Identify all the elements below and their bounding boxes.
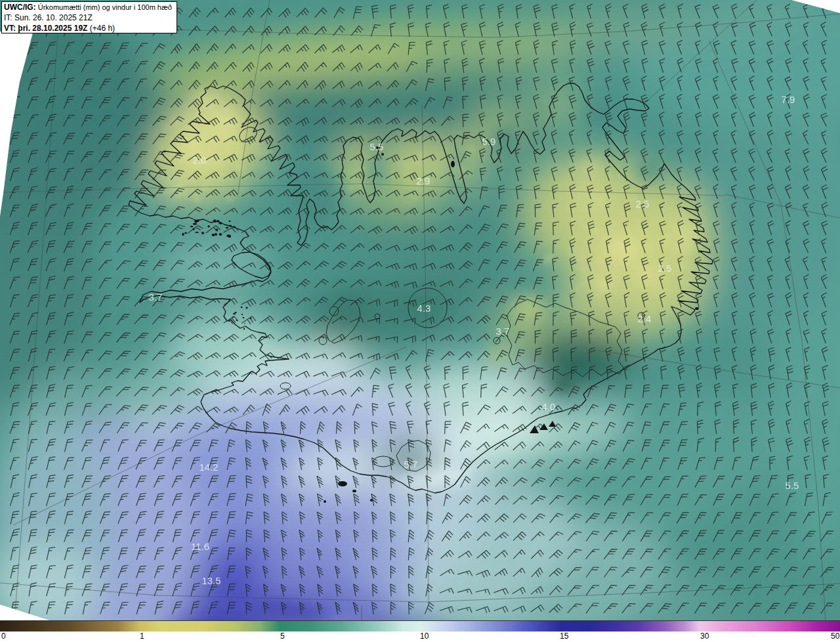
svg-text:3.7: 3.7 xyxy=(149,291,163,303)
svg-text:11.6: 11.6 xyxy=(191,541,209,552)
svg-text:2.5: 2.5 xyxy=(636,198,650,209)
svg-text:5.9: 5.9 xyxy=(482,136,496,147)
svg-text:2.5: 2.5 xyxy=(658,263,672,274)
svg-text:13.5: 13.5 xyxy=(201,575,220,586)
svg-text:5.7: 5.7 xyxy=(404,459,418,470)
svg-text:4.3: 4.3 xyxy=(417,303,431,314)
svg-text:7.9: 7.9 xyxy=(782,94,795,105)
svg-text:14.2: 14.2 xyxy=(199,461,218,473)
svg-text:5.5: 5.5 xyxy=(786,480,799,491)
svg-text:2.4: 2.4 xyxy=(638,313,652,324)
svg-text:5.5: 5.5 xyxy=(370,141,384,152)
svg-text:3.7: 3.7 xyxy=(496,326,510,337)
svg-text:2.9: 2.9 xyxy=(417,175,430,186)
svg-text:4.0: 4.0 xyxy=(542,401,556,412)
svg-text:2.0: 2.0 xyxy=(193,154,207,165)
